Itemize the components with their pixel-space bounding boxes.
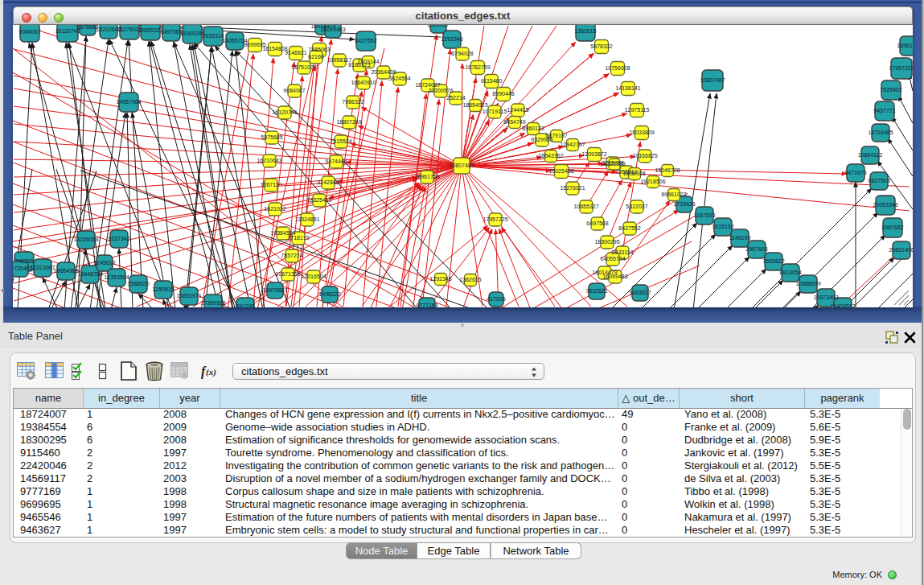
svg-text:(x): (x) bbox=[206, 367, 216, 377]
